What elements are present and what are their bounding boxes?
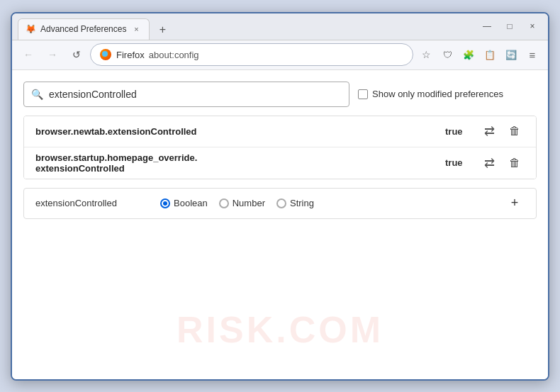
toggle-button-1[interactable]: ⇄ [479, 121, 499, 141]
maximize-button[interactable]: □ [500, 16, 520, 36]
boolean-radio-dot [163, 201, 167, 206]
active-tab[interactable]: 🦊 Advanced Preferences × [18, 18, 150, 40]
search-icon: 🔍 [31, 89, 43, 100]
add-pref-button[interactable]: + [505, 194, 525, 213]
modified-only-checkbox-label[interactable]: Show only modified preferences [358, 89, 503, 99]
tab-strip: 🦊 Advanced Preferences × + [18, 13, 471, 40]
number-radio-option[interactable]: Number [219, 198, 265, 208]
transfer-icon-2: ⇄ [484, 155, 495, 171]
string-radio-label: String [290, 198, 314, 208]
url-display: about:config [149, 50, 404, 60]
extension-button[interactable]: 🧩 [459, 45, 478, 65]
pref-name-2-line1: browser.startup.homepage_override. [35, 152, 439, 163]
pocket-icon: 🛡 [443, 50, 452, 60]
sync-icon: 🔄 [505, 50, 517, 60]
search-input[interactable] [49, 89, 342, 100]
delete-button-2[interactable]: 🗑 [505, 153, 525, 173]
tab-favicon: 🦊 [26, 24, 36, 34]
minimize-button[interactable]: — [477, 16, 497, 36]
toggle-button-2[interactable]: ⇄ [479, 153, 499, 173]
result-row-2[interactable]: browser.startup.homepage_override. exten… [24, 147, 536, 179]
type-radio-group: Boolean Number String [160, 198, 314, 208]
back-icon: ← [23, 49, 33, 60]
profile-button[interactable]: 📋 [480, 45, 500, 65]
boolean-radio-label: Boolean [174, 198, 208, 208]
delete-button-1[interactable]: 🗑 [505, 121, 525, 141]
tab-close-button[interactable]: × [130, 23, 142, 35]
boolean-radio-option[interactable]: Boolean [160, 198, 208, 208]
modified-only-label: Show only modified preferences [372, 89, 503, 99]
modified-only-checkbox[interactable] [358, 89, 368, 99]
nav-bar: ← → ↺ Firefox about:config ☆ 🛡 🧩 [12, 40, 548, 70]
forward-button[interactable]: → [42, 44, 63, 65]
profile-icon: 📋 [484, 50, 495, 60]
pref-value-1: true [445, 126, 474, 137]
firefox-icon [99, 48, 112, 61]
pref-name-2-line2: extensionControlled [35, 163, 439, 174]
browser-window: 🦊 Advanced Preferences × + — □ × ← → ↺ F… [11, 12, 549, 381]
reload-button[interactable]: ↺ [66, 44, 87, 65]
bookmark-icon: ☆ [422, 49, 431, 60]
search-row: 🔍 Show only modified preferences [23, 82, 537, 107]
search-box[interactable]: 🔍 [23, 82, 349, 107]
action-btns-1: ⇄ 🗑 [479, 121, 525, 141]
window-controls: — □ × [477, 16, 542, 36]
hamburger-icon: ≡ [530, 49, 536, 61]
results-table: browser.newtab.extensionControlled true … [23, 116, 537, 179]
action-btns-2: ⇄ 🗑 [479, 153, 525, 173]
pocket-button[interactable]: 🛡 [437, 45, 457, 65]
number-radio-label: Number [233, 198, 265, 208]
new-tab-button[interactable]: + [152, 20, 172, 40]
trash-icon-1: 🗑 [509, 125, 520, 138]
nav-icon-group: ☆ 🛡 🧩 📋 🔄 ≡ [416, 45, 542, 65]
content-area: RISK.COM 🔍 Show only modified preference… [12, 70, 548, 379]
number-radio-circle[interactable] [219, 198, 229, 208]
tab-title: Advanced Preferences [40, 24, 126, 34]
close-button[interactable]: × [522, 16, 542, 36]
add-pref-row: extensionControlled Boolean Number [23, 188, 537, 219]
reload-icon: ↺ [72, 49, 81, 60]
watermark: RISK.COM [177, 308, 383, 351]
pref-value-2: true [445, 157, 474, 168]
bookmark-button[interactable]: ☆ [416, 45, 436, 65]
back-button[interactable]: ← [18, 44, 39, 65]
menu-button[interactable]: ≡ [522, 45, 542, 65]
boolean-radio-circle[interactable] [160, 198, 170, 208]
address-bar[interactable]: Firefox about:config [90, 43, 413, 66]
forward-icon: → [47, 49, 57, 60]
transfer-icon-1: ⇄ [484, 123, 495, 139]
pref-name-1: browser.newtab.extensionControlled [35, 126, 439, 137]
string-radio-option[interactable]: String [276, 198, 314, 208]
string-radio-circle[interactable] [276, 198, 286, 208]
trash-icon-2: 🗑 [509, 157, 520, 169]
browser-label: Firefox [116, 50, 145, 60]
title-bar: 🦊 Advanced Preferences × + — □ × [12, 13, 548, 40]
result-row[interactable]: browser.newtab.extensionControlled true … [24, 116, 536, 147]
new-pref-name: extensionControlled [35, 198, 149, 208]
extension-icon: 🧩 [463, 50, 474, 60]
sync-button[interactable]: 🔄 [501, 45, 521, 65]
pref-name-2: browser.startup.homepage_override. exten… [35, 152, 439, 174]
